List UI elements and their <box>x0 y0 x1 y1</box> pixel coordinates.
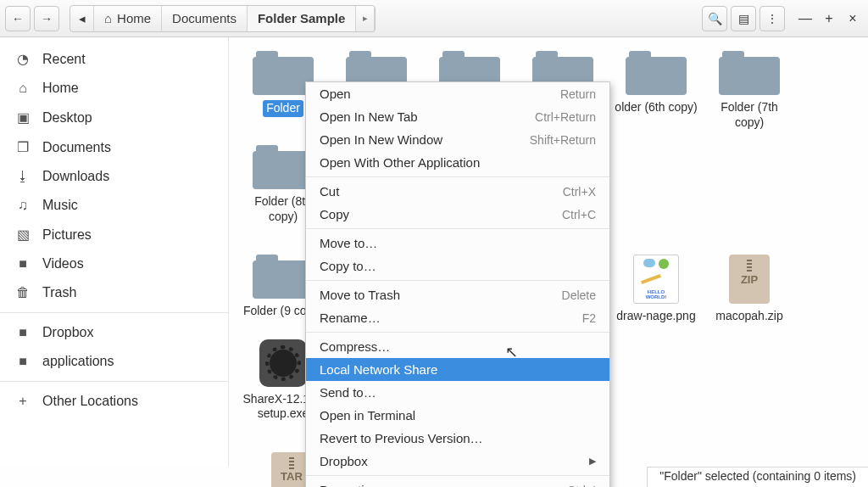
trash-icon: 🗑 <box>15 285 31 300</box>
folder-icon: ■ <box>15 325 31 340</box>
sidebar-item-recent[interactable]: ◔Recent <box>0 44 228 74</box>
clock-icon: ◔ <box>15 51 31 67</box>
toolbar: ← → ◂ ⌂Home Documents Folder Sample ▸ 🔍 … <box>0 0 868 37</box>
home-icon: ⌂ <box>15 81 31 96</box>
path-current[interactable]: Folder Sample <box>248 6 356 31</box>
sidebar-other-locations[interactable]: +Other Locations <box>0 387 228 416</box>
path-next-icon[interactable]: ▸ <box>356 6 375 31</box>
ctx-properties[interactable]: PropertiesCtrl+I <box>306 479 609 487</box>
sidebar-item-music[interactable]: ♫Music <box>0 191 228 220</box>
ctx-open-terminal[interactable]: Open in Terminal <box>306 404 609 427</box>
ctx-copy[interactable]: CopyCtrl+C <box>306 203 609 226</box>
ctx-local-network-share[interactable]: Local Network Share <box>306 358 609 381</box>
ctx-rename[interactable]: Rename…F2 <box>306 306 609 329</box>
ctx-dropbox[interactable]: Dropbox▶ <box>306 450 609 473</box>
sidebar-item-applications[interactable]: ■applications <box>0 347 228 376</box>
chevron-right-icon: ▶ <box>589 456 596 467</box>
sidebar-item-trash[interactable]: 🗑Trash <box>0 278 228 307</box>
folder-icon <box>626 51 687 95</box>
ctx-send-to[interactable]: Send to… <box>306 381 609 404</box>
folder-icon: ■ <box>15 354 31 369</box>
sidebar-item-dropbox[interactable]: ■Dropbox <box>0 318 228 347</box>
ctx-compress[interactable]: Compress… <box>306 335 609 358</box>
ctx-copy-to[interactable]: Copy to… <box>306 255 609 277</box>
sidebar-item-downloads[interactable]: ⭳Downloads <box>0 162 228 191</box>
downloads-icon: ⭳ <box>15 169 31 184</box>
home-icon: ⌂ <box>104 11 112 25</box>
pictures-icon: ▧ <box>15 227 31 243</box>
path-home[interactable]: ⌂Home <box>94 6 162 31</box>
sidebar: ◔Recent ⌂Home ▣Desktop ❐Documents ⭳Downl… <box>0 37 229 467</box>
file-item-image[interactable]: HELLO WORLD! draw-nage.png <box>614 255 698 324</box>
search-button[interactable]: 🔍 <box>702 6 727 31</box>
folder-icon <box>719 51 780 95</box>
documents-icon: ❐ <box>15 139 31 155</box>
sidebar-item-documents[interactable]: ❐Documents <box>0 132 228 162</box>
forward-button[interactable]: → <box>34 6 59 31</box>
ctx-open-new-window[interactable]: Open In New WindowShift+Return <box>306 128 609 151</box>
desktop-icon: ▣ <box>15 109 31 126</box>
ctx-move-to-trash[interactable]: Move to TrashDelete <box>306 283 609 306</box>
menu-button[interactable]: ⋮ <box>760 6 785 31</box>
sidebar-item-home[interactable]: ⌂Home <box>0 74 228 103</box>
file-item-archive[interactable]: ZIPmacopah.zip <box>707 255 792 324</box>
context-menu: OpenReturn Open In New TabCtrl+Return Op… <box>305 81 610 487</box>
file-item-folder[interactable]: Folder (7th copy) <box>707 51 792 130</box>
music-icon: ♫ <box>15 198 31 213</box>
ctx-move-to[interactable]: Move to… <box>306 232 609 255</box>
gear-icon <box>259 339 307 387</box>
plus-icon: + <box>15 394 31 409</box>
ctx-open-with[interactable]: Open With Other Application <box>306 151 609 174</box>
back-button[interactable]: ← <box>5 6 31 31</box>
status-bar: "Folder" selected (containing 0 items) <box>647 467 868 487</box>
ctx-revert-previous[interactable]: Revert to Previous Version… <box>306 427 609 450</box>
maximize-button[interactable]: + <box>819 8 839 29</box>
path-prev-icon[interactable]: ◂ <box>70 6 94 31</box>
path-documents[interactable]: Documents <box>162 6 248 31</box>
sidebar-item-pictures[interactable]: ▧Pictures <box>0 220 228 249</box>
sidebar-item-videos[interactable]: ■Videos <box>0 249 228 278</box>
close-button[interactable]: × <box>843 8 863 29</box>
videos-icon: ■ <box>15 256 31 271</box>
file-item-folder[interactable]: older (6th copy) <box>614 51 698 130</box>
breadcrumb: ◂ ⌂Home Documents Folder Sample ▸ <box>70 5 376 32</box>
sidebar-item-desktop[interactable]: ▣Desktop <box>0 103 228 132</box>
ctx-open-new-tab[interactable]: Open In New TabCtrl+Return <box>306 105 609 128</box>
ctx-open[interactable]: OpenReturn <box>306 82 609 105</box>
zip-icon: ZIP <box>729 255 770 304</box>
image-icon: HELLO WORLD! <box>633 255 679 304</box>
ctx-cut[interactable]: CutCtrl+X <box>306 180 609 203</box>
minimize-button[interactable]: — <box>795 8 815 29</box>
view-toggle-button[interactable]: ▤ <box>731 6 756 31</box>
